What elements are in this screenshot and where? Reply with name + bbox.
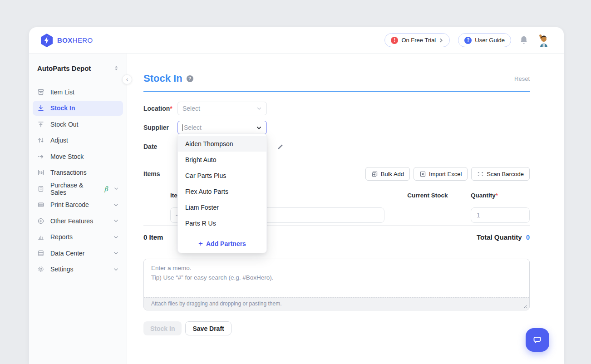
sidebar-item-stock-out[interactable]: Stock Out	[33, 117, 123, 132]
bulk-add-button[interactable]: Bulk Add	[365, 167, 410, 181]
circle-plus-icon	[37, 217, 44, 225]
boxhero-logo-icon	[40, 33, 54, 48]
sidebar-item-reports[interactable]: Reports	[33, 230, 123, 245]
import-excel-button[interactable]: Import Excel	[414, 167, 468, 181]
scan-barcode-button[interactable]: Scan Barcode	[471, 167, 530, 181]
bar-chart-icon	[37, 233, 44, 241]
reset-link[interactable]: Reset	[514, 75, 530, 82]
item-count: 0 Item	[143, 233, 163, 241]
edit-pencil-icon[interactable]	[277, 143, 284, 150]
boxhero-logo: BOXHERO	[40, 33, 93, 48]
sidebar-item-print-barcode[interactable]: Print Barcode	[33, 197, 123, 212]
sidebar-item-item-list[interactable]: Item List	[33, 84, 123, 99]
sidebar-item-stock-in[interactable]: Stock In	[33, 101, 123, 116]
sidebar-item-other-features[interactable]: Other Features	[33, 213, 123, 228]
stock-in-icon	[37, 104, 44, 112]
location-select[interactable]: Select	[177, 102, 267, 115]
sidebar-collapse-button[interactable]: ‹	[122, 74, 132, 84]
bell-icon[interactable]	[519, 35, 528, 45]
chevron-down-icon	[113, 235, 118, 240]
sidebar-item-purchase-sales[interactable]: Purchase & Sales β	[33, 181, 123, 196]
required-asterisk: *	[496, 192, 498, 199]
supplier-label: Supplier	[143, 124, 177, 131]
user-avatar[interactable]	[537, 34, 550, 47]
package-icon	[37, 89, 44, 96]
app-window: BOXHERO ! On Free Trial ? User Guide	[29, 27, 564, 364]
plus-icon: +	[198, 240, 203, 247]
add-partners-button[interactable]: + Add Partners	[178, 234, 266, 253]
column-current-stock: Current Stock	[384, 192, 471, 199]
sidebar-item-data-center[interactable]: Data Center	[33, 246, 123, 261]
sidebar-item-settings[interactable]: Settings	[33, 262, 123, 277]
bulk-add-icon	[371, 171, 378, 177]
sidebar-item-transactions[interactable]: Transactions	[33, 165, 123, 180]
database-icon	[37, 250, 44, 257]
on-free-trial-button[interactable]: ! On Free Trial	[384, 33, 450, 47]
chat-bubble-icon	[532, 334, 543, 345]
brand-text: BOXHERO	[57, 36, 93, 44]
chevron-down-icon	[256, 125, 262, 131]
memo-box: Attach files by dragging and dropping or…	[143, 259, 530, 310]
sidebar-item-move-stock[interactable]: Move Stock	[33, 149, 123, 164]
chevron-down-icon	[113, 267, 118, 272]
chevron-right-icon	[439, 38, 443, 43]
exclamation-icon: !	[391, 37, 398, 44]
beta-badge: β	[104, 185, 108, 192]
chevron-down-icon	[114, 186, 118, 191]
transactions-icon	[37, 169, 44, 176]
stock-out-icon	[37, 121, 44, 128]
resize-handle-icon[interactable]	[523, 305, 527, 309]
attach-files-hint[interactable]: Attach files by dragging and dropping or…	[144, 297, 529, 310]
dropdown-option[interactable]: Aiden Thompson	[178, 136, 266, 152]
text-caret	[182, 124, 183, 131]
user-guide-button[interactable]: ? User Guide	[458, 33, 511, 47]
chevron-down-icon	[113, 251, 118, 256]
chat-support-button[interactable]	[526, 328, 549, 352]
date-label: Date	[143, 143, 177, 150]
sort-arrows-icon	[114, 65, 118, 71]
guide-label: User Guide	[475, 37, 505, 44]
column-quantity: Quantity*	[471, 192, 530, 199]
dropdown-option[interactable]: Liam Foster	[178, 199, 266, 215]
sidebar-item-adjust[interactable]: Adjust	[33, 133, 123, 148]
items-section-label: Items	[143, 170, 160, 177]
required-asterisk: *	[170, 105, 172, 112]
workspace-switcher[interactable]: AutoParts Depot	[33, 62, 123, 74]
trial-label: On Free Trial	[401, 37, 436, 44]
dropdown-option[interactable]: Parts R Us	[178, 215, 266, 231]
memo-textarea[interactable]	[144, 259, 529, 297]
help-icon[interactable]: ?	[187, 75, 193, 82]
chevron-down-icon	[113, 218, 118, 223]
location-label: Location*	[143, 105, 177, 112]
adjust-icon	[37, 137, 44, 144]
question-icon: ?	[464, 37, 472, 44]
excel-icon	[419, 171, 426, 177]
save-draft-button[interactable]: Save Draft	[185, 321, 231, 335]
move-stock-icon	[37, 153, 44, 160]
quantity-input[interactable]	[471, 207, 530, 223]
chevron-down-icon	[113, 202, 118, 207]
document-icon	[37, 185, 44, 192]
chevron-down-icon	[256, 106, 262, 111]
total-quantity-value: 0	[526, 233, 530, 241]
barcode-icon	[37, 201, 44, 208]
supplier-select[interactable]: Select	[177, 121, 267, 134]
total-quantity-label: Total Quantity	[477, 233, 522, 241]
main-content: Stock In ? Reset Location* Select Suppli…	[127, 54, 564, 364]
supplier-dropdown: Aiden Thompson Bright Auto Car Parts Plu…	[177, 133, 267, 253]
sidebar: AutoParts Depot Item List Stock In Stock…	[29, 54, 127, 364]
top-header: BOXHERO ! On Free Trial ? User Guide	[29, 27, 564, 54]
stock-in-submit-button[interactable]: Stock In	[143, 321, 182, 335]
page-title: Stock In	[143, 73, 182, 84]
dropdown-option[interactable]: Car Parts Plus	[178, 167, 266, 183]
dropdown-option[interactable]: Bright Auto	[178, 152, 266, 167]
scan-icon	[477, 171, 484, 177]
dropdown-option[interactable]: Flex Auto Parts	[178, 183, 266, 199]
gear-icon	[37, 266, 44, 273]
workspace-name: AutoParts Depot	[37, 64, 91, 72]
